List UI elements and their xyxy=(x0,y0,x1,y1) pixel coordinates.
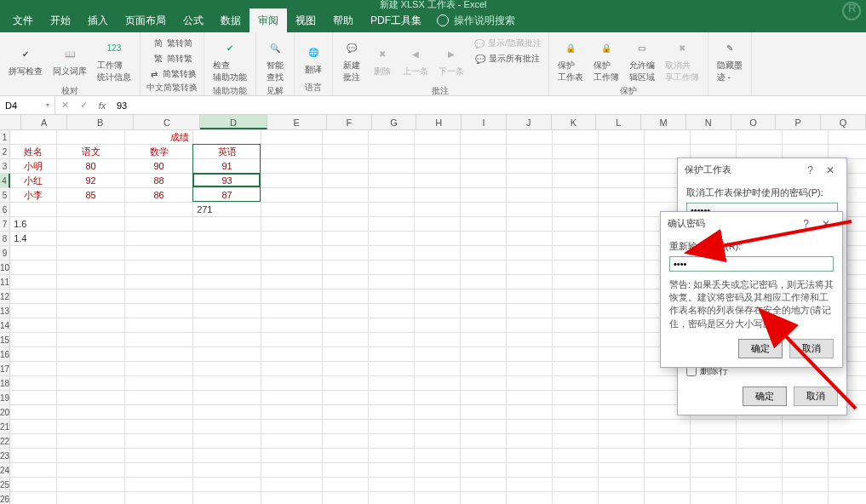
cell[interactable] xyxy=(10,376,57,391)
cell[interactable] xyxy=(461,449,507,463)
cell[interactable] xyxy=(783,420,829,434)
cell[interactable] xyxy=(553,130,599,145)
cell[interactable] xyxy=(829,492,866,504)
cell[interactable] xyxy=(57,478,125,492)
cell[interactable] xyxy=(645,130,691,145)
smart-lookup-button[interactable]: 🔍智能 查找 xyxy=(261,36,289,85)
cell[interactable] xyxy=(369,391,415,405)
row-header-6[interactable]: 6 xyxy=(0,203,10,217)
cell[interactable] xyxy=(507,188,553,203)
cell[interactable] xyxy=(415,232,461,246)
stats-button[interactable]: 123工作簿 统计信息 xyxy=(94,36,135,85)
row-header-15[interactable]: 15 xyxy=(0,333,10,347)
cell[interactable] xyxy=(261,449,323,463)
cell[interactable] xyxy=(261,188,323,203)
cell[interactable] xyxy=(553,478,599,492)
cell[interactable] xyxy=(599,376,645,391)
cell[interactable] xyxy=(261,174,323,188)
cell[interactable] xyxy=(507,217,553,232)
cell[interactable] xyxy=(599,289,645,304)
cell[interactable] xyxy=(261,362,323,376)
cell[interactable]: 271 xyxy=(193,203,261,217)
menu-帮助[interactable]: 帮助 xyxy=(324,9,362,33)
cell[interactable] xyxy=(553,347,599,362)
cell[interactable] xyxy=(415,261,461,275)
cell[interactable] xyxy=(125,261,193,275)
cell[interactable] xyxy=(323,449,369,463)
cancel-button[interactable]: 取消 xyxy=(789,339,834,358)
cell[interactable] xyxy=(507,289,553,304)
cell[interactable] xyxy=(369,217,415,232)
cell[interactable] xyxy=(599,159,645,174)
cell[interactable] xyxy=(599,434,645,449)
cell[interactable] xyxy=(369,318,415,333)
cell[interactable] xyxy=(783,478,829,492)
cell[interactable] xyxy=(261,145,323,159)
thesaurus-button[interactable]: 📖同义词库 xyxy=(49,36,90,85)
to-traditional-button[interactable]: 繁简转繁 xyxy=(146,51,198,66)
cell[interactable] xyxy=(10,130,57,145)
col-header-C[interactable]: C xyxy=(134,115,200,129)
cell[interactable] xyxy=(507,420,553,434)
cell[interactable] xyxy=(369,405,415,420)
cell[interactable] xyxy=(507,391,553,405)
cell[interactable] xyxy=(323,289,369,304)
cell[interactable] xyxy=(125,434,193,449)
cell[interactable] xyxy=(193,376,261,391)
row-header-5[interactable]: 5 xyxy=(0,188,10,203)
cell[interactable] xyxy=(323,174,369,188)
cell[interactable] xyxy=(125,289,193,304)
cell[interactable] xyxy=(125,405,193,420)
cell[interactable] xyxy=(415,420,461,434)
cell[interactable] xyxy=(369,246,415,261)
cell[interactable] xyxy=(57,217,125,232)
cell[interactable] xyxy=(323,391,369,405)
cell[interactable] xyxy=(507,174,553,188)
cell[interactable] xyxy=(369,289,415,304)
cell[interactable] xyxy=(415,217,461,232)
cell[interactable] xyxy=(323,463,369,478)
cell[interactable] xyxy=(645,420,691,434)
cell[interactable] xyxy=(691,449,737,463)
cell[interactable] xyxy=(193,261,261,275)
cell[interactable] xyxy=(599,333,645,347)
cell[interactable] xyxy=(57,362,125,376)
cell[interactable] xyxy=(737,434,783,449)
cell[interactable] xyxy=(461,159,507,174)
cell[interactable] xyxy=(323,203,369,217)
cell[interactable] xyxy=(553,261,599,275)
cell[interactable] xyxy=(323,405,369,420)
row-header-25[interactable]: 25 xyxy=(0,478,10,492)
cell[interactable] xyxy=(507,318,553,333)
cell[interactable] xyxy=(599,174,645,188)
cell[interactable] xyxy=(10,246,57,261)
cell[interactable] xyxy=(553,232,599,246)
cell[interactable] xyxy=(323,275,369,289)
cell[interactable] xyxy=(57,405,125,420)
cell[interactable] xyxy=(415,449,461,463)
cell[interactable] xyxy=(323,434,369,449)
cell[interactable] xyxy=(553,318,599,333)
ok-button[interactable]: 确定 xyxy=(738,339,783,358)
cell[interactable] xyxy=(461,478,507,492)
cell[interactable] xyxy=(599,492,645,504)
cell[interactable] xyxy=(553,449,599,463)
cell[interactable] xyxy=(415,376,461,391)
cell[interactable] xyxy=(125,318,193,333)
cell[interactable] xyxy=(461,463,507,478)
cell[interactable] xyxy=(599,261,645,275)
cell[interactable] xyxy=(645,434,691,449)
cell[interactable]: 1.4 xyxy=(10,232,57,246)
cell[interactable] xyxy=(369,304,415,318)
cell[interactable] xyxy=(10,391,57,405)
cell[interactable] xyxy=(783,463,829,478)
cell[interactable] xyxy=(369,347,415,362)
cell[interactable] xyxy=(415,188,461,203)
cell[interactable] xyxy=(691,478,737,492)
cell[interactable] xyxy=(829,420,866,434)
cell[interactable] xyxy=(193,449,261,463)
translate-button[interactable]: 🌐翻译 xyxy=(300,36,327,82)
cell[interactable] xyxy=(10,318,57,333)
cell[interactable] xyxy=(261,478,323,492)
row-header-3[interactable]: 3 xyxy=(0,159,10,174)
